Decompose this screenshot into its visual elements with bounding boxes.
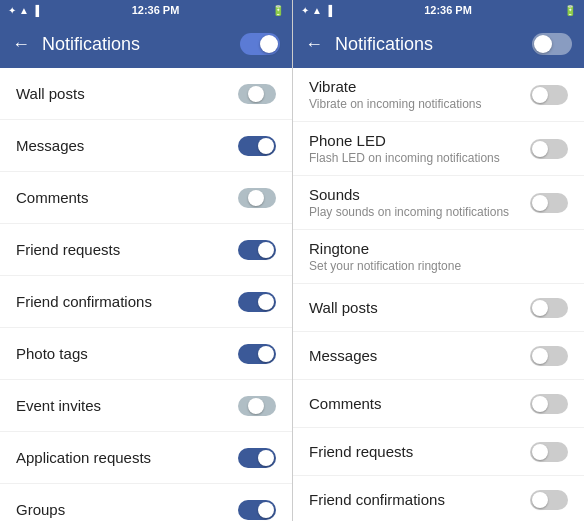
status-icons-left: ✦ ▲ ▐ [8,5,39,16]
item-label: Photo tags [16,345,88,362]
left-header-title: Notifications [42,34,228,55]
left-status-bar: ✦ ▲ ▐ 12:36 PM 🔋 [0,0,292,20]
list-item: Friend requests [0,224,292,276]
list-item: Wall posts [293,284,584,332]
friend-confirmations-toggle[interactable] [238,292,276,312]
item-sublabel: Set your notification ringtone [309,259,568,273]
list-item: Comments [293,380,584,428]
item-sublabel: Flash LED on incoming notifications [309,151,530,165]
list-item: Friend requests [293,428,584,476]
right-friend-requests-toggle[interactable] [530,442,568,462]
list-item: Photo tags [0,328,292,380]
list-item-ringtone[interactable]: Ringtone Set your notification ringtone [293,230,584,284]
right-time: 12:36 PM [424,4,472,16]
right-wall-posts-toggle[interactable] [530,298,568,318]
item-label: Vibrate [309,78,530,95]
item-sublabel: Play sounds on incoming notifications [309,205,530,219]
wifi-icon: ▲ [19,5,29,16]
messages-toggle[interactable] [238,136,276,156]
right-content: Vibrate Vibrate on incoming notification… [293,68,584,521]
vibrate-toggle[interactable] [530,85,568,105]
right-battery-icon: 🔋 [564,5,576,16]
right-status-icons-left: ✦ ▲ ▐ [301,5,332,16]
friend-requests-toggle[interactable] [238,240,276,260]
app-requests-toggle[interactable] [238,448,276,468]
left-header: ← Notifications [0,20,292,68]
item-label: Friend confirmations [309,491,445,508]
left-time: 12:36 PM [132,4,180,16]
left-back-button[interactable]: ← [12,34,30,55]
list-item: Comments [0,172,292,224]
comments-toggle[interactable] [238,188,276,208]
wall-posts-toggle[interactable] [238,84,276,104]
list-item: Application requests [0,432,292,484]
sounds-toggle[interactable] [530,193,568,213]
signal-icon: ▐ [32,5,39,16]
item-label: Comments [16,189,89,206]
item-label: Messages [309,347,377,364]
phone-led-toggle[interactable] [530,139,568,159]
list-item: Event invites [0,380,292,432]
list-item: Groups [0,484,292,521]
photo-tags-toggle[interactable] [238,344,276,364]
item-label: Wall posts [16,85,85,102]
item-label: Application requests [16,449,151,466]
item-label: Ringtone [309,240,568,257]
right-comments-toggle[interactable] [530,394,568,414]
list-item-friend-confirmations: Friend confirmations [0,276,292,328]
item-label: Friend confirmations [16,293,152,310]
right-notifications-toggle[interactable] [532,33,572,55]
bluetooth-icon: ✦ [8,5,16,16]
item-label: Comments [309,395,382,412]
item-label: Wall posts [309,299,378,316]
left-toggle-knob [260,35,278,53]
item-sublabel: Vibrate on incoming notifications [309,97,530,111]
right-header: ← Notifications [293,20,584,68]
groups-toggle[interactable] [238,500,276,520]
item-label: Friend requests [16,241,120,258]
right-friend-confirmations-toggle[interactable] [530,490,568,510]
right-panel: ✦ ▲ ▐ 12:36 PM 🔋 ← Notifications Vibrate… [292,0,584,521]
battery-icon: 🔋 [272,5,284,16]
item-label: Phone LED [309,132,530,149]
list-item-vibrate: Vibrate Vibrate on incoming notification… [293,68,584,122]
right-back-button[interactable]: ← [305,34,323,55]
right-main-toggle[interactable] [532,33,572,55]
left-panel: ✦ ▲ ▐ 12:36 PM 🔋 ← Notifications Wall po… [0,0,292,521]
list-item-sounds: Sounds Play sounds on incoming notificat… [293,176,584,230]
list-item: Messages [293,332,584,380]
item-label: Sounds [309,186,530,203]
wifi-icon: ▲ [312,5,322,16]
left-content: Wall posts Messages Comments Friend requ… [0,68,292,521]
signal-icon: ▐ [325,5,332,16]
list-item: Wall posts [0,68,292,120]
right-toggle-knob [534,35,552,53]
event-invites-toggle[interactable] [238,396,276,416]
item-label: Groups [16,501,65,518]
bluetooth-icon: ✦ [301,5,309,16]
item-label: Event invites [16,397,101,414]
right-header-title: Notifications [335,34,520,55]
item-label: Friend requests [309,443,413,460]
left-notifications-toggle[interactable] [240,33,280,55]
right-status-bar: ✦ ▲ ▐ 12:36 PM 🔋 [293,0,584,20]
right-messages-toggle[interactable] [530,346,568,366]
list-item: Messages [0,120,292,172]
item-label: Messages [16,137,84,154]
left-main-toggle[interactable] [240,33,280,55]
list-item-phone-led: Phone LED Flash LED on incoming notifica… [293,122,584,176]
list-item-right-friend-confirmations: Friend confirmations [293,476,584,521]
